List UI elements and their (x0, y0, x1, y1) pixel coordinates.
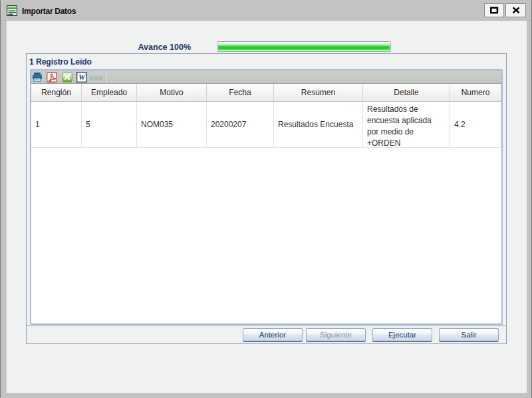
svg-text:W: W (78, 73, 86, 81)
svg-text:csv: csv (90, 74, 102, 82)
